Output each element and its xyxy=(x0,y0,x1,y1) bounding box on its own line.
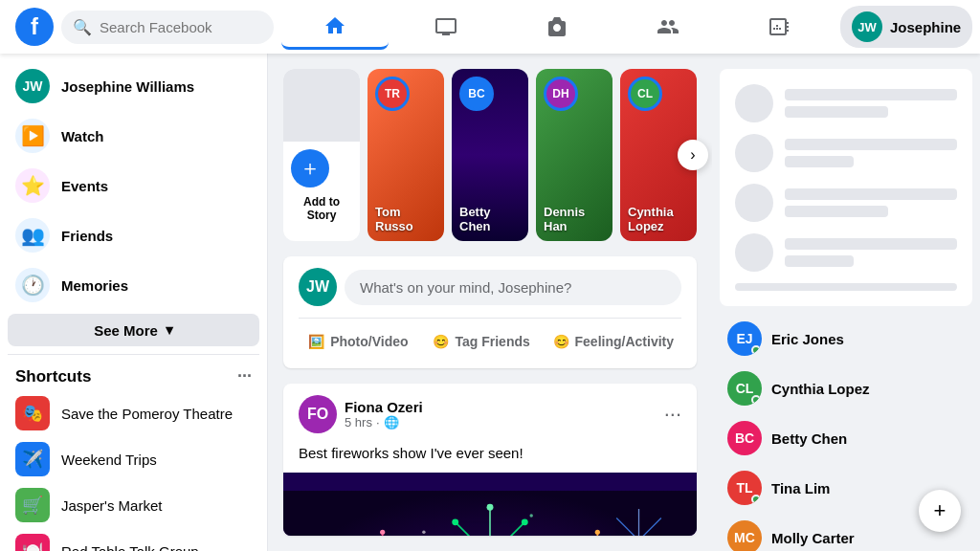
username-label: Josephine xyxy=(890,19,961,35)
post-header: FO Fiona Ozeri 5 hrs · 🌐 ··· xyxy=(283,384,697,445)
skeleton-card xyxy=(720,69,972,306)
see-more-nav-button[interactable]: See More ▾ xyxy=(8,314,259,346)
sidebar-item-label: Josephine Williams xyxy=(61,78,194,95)
post-input[interactable]: What's on your mind, Josephine? xyxy=(345,270,681,305)
avatar: JW xyxy=(15,69,50,103)
contact-avatar: MC xyxy=(727,520,762,551)
shortcut-item-weekend-trips[interactable]: ✈️ Weekend Trips xyxy=(8,436,259,482)
watch-icon: ▶️ xyxy=(15,119,50,153)
skeleton-avatar xyxy=(735,233,773,272)
shortcuts-title: Shortcuts xyxy=(15,367,91,386)
photo-video-button[interactable]: 🖼️ Photo/Video xyxy=(299,326,418,357)
sidebar-item-josephine[interactable]: JW Josephine Williams xyxy=(8,61,259,111)
shortcut-thumb: 🎭 xyxy=(15,396,50,430)
feeling-button[interactable]: 😊 Feeling/Activity xyxy=(546,326,681,357)
nav-watch[interactable] xyxy=(392,4,500,50)
post-time: 5 hrs xyxy=(345,415,372,430)
nav-gaming[interactable] xyxy=(725,4,833,50)
skeleton-line xyxy=(735,283,957,291)
shortcuts-menu-button[interactable]: ··· xyxy=(237,366,252,386)
svg-point-80 xyxy=(529,514,532,517)
post-author-info: Fiona Ozeri 5 hrs · 🌐 xyxy=(345,399,657,430)
skeleton-row xyxy=(735,233,957,272)
svg-point-45 xyxy=(452,518,458,525)
avatar: JW xyxy=(852,11,882,42)
skeleton-row xyxy=(735,84,957,122)
story-label-betty: Betty Chen xyxy=(459,205,521,233)
contact-avatar: BC xyxy=(727,421,762,455)
tag-friends-label: Tag Friends xyxy=(455,334,529,349)
contact-item-eric[interactable]: EJ Eric Jones xyxy=(720,314,972,364)
feeling-icon: 😊 xyxy=(553,334,569,349)
tag-friends-button[interactable]: 😊 Tag Friends xyxy=(422,326,542,357)
svg-point-78 xyxy=(422,531,425,534)
sidebar-item-watch[interactable]: ▶️ Watch xyxy=(8,111,259,161)
story-avatar-cynthia: CL xyxy=(628,77,662,111)
online-indicator xyxy=(751,495,761,504)
nav-center xyxy=(281,4,833,50)
sidebar-item-friends[interactable]: 👥 Friends xyxy=(8,210,259,260)
contact-item-betty[interactable]: BC Betty Chen xyxy=(720,413,972,463)
stories-container: ＋ Add to Story TR Tom Russo BC Be xyxy=(283,69,697,241)
skeleton-line xyxy=(785,255,854,267)
facebook-logo[interactable]: f xyxy=(15,8,54,46)
nav-marketplace[interactable] xyxy=(503,4,611,50)
post-placeholder: What's on your mind, Josephine? xyxy=(360,279,571,296)
privacy-icon: 🌐 xyxy=(384,415,399,430)
story-label-tom: Tom Russo xyxy=(375,205,436,233)
shortcut-thumb: 🍽️ xyxy=(15,534,50,551)
new-post-fab[interactable]: + xyxy=(919,490,961,532)
story-card-tom[interactable]: TR Tom Russo xyxy=(368,69,444,241)
chevron-down-icon: ▾ xyxy=(166,321,173,339)
sidebar-item-memories[interactable]: 🕐 Memories xyxy=(8,260,259,310)
top-navigation: f 🔍 JW Josephine ＋ 💬 🔔 xyxy=(0,0,980,54)
contact-avatar: TL xyxy=(727,471,762,505)
shortcut-item-pomeroy[interactable]: 🎭 Save the Pomeroy Theatre xyxy=(8,390,259,436)
story-card-dennis[interactable]: DH Dennis Han xyxy=(536,69,612,241)
post-author-avatar[interactable]: FO xyxy=(299,395,337,433)
photo-video-label: Photo/Video xyxy=(330,334,408,349)
shortcut-label: Red Table Talk Group xyxy=(61,543,199,552)
post-options-button[interactable]: ··· xyxy=(664,402,681,427)
contact-item-cynthia[interactable]: CL Cynthia Lopez xyxy=(720,364,972,413)
shortcut-label: Save the Pomeroy Theatre xyxy=(61,406,233,422)
story-avatar-tom: TR xyxy=(375,77,410,111)
memories-icon: 🕐 xyxy=(15,268,50,302)
stories-next-button[interactable]: › xyxy=(678,140,708,170)
shortcut-item-red-table[interactable]: 🍽️ Red Table Talk Group xyxy=(8,528,259,551)
photo-icon: 🖼️ xyxy=(308,334,324,349)
dot-separator: · xyxy=(376,415,380,430)
nav-groups[interactable] xyxy=(614,4,722,50)
stories-row: ＋ Add to Story TR Tom Russo BC Be xyxy=(283,69,697,241)
svg-point-54 xyxy=(595,530,600,535)
sidebar-left: JW Josephine Williams ▶️ Watch ⭐ Events … xyxy=(0,54,268,551)
post-author-name[interactable]: Fiona Ozeri xyxy=(345,399,657,415)
post-text: Best fireworks show I've ever seen! xyxy=(283,445,697,473)
contact-name: Eric Jones xyxy=(771,331,844,347)
post-input-row: JW What's on your mind, Josephine? xyxy=(299,268,681,306)
search-box[interactable]: 🔍 xyxy=(61,11,274,44)
events-icon: ⭐ xyxy=(15,168,50,203)
contact-name: Betty Chen xyxy=(771,430,847,447)
story-label-cynthia: Cynthia Lopez xyxy=(628,205,689,233)
sidebar-item-label: Watch xyxy=(61,128,103,144)
sidebar-item-events[interactable]: ⭐ Events xyxy=(8,161,259,210)
story-label-dennis: Dennis Han xyxy=(544,205,605,233)
shortcut-item-jaspers[interactable]: 🛒 Jasper's Market xyxy=(8,482,259,528)
story-card-betty[interactable]: BC Betty Chen xyxy=(452,69,528,241)
add-story-label: Add to Story xyxy=(291,195,352,222)
skeleton-line xyxy=(785,139,957,150)
fireworks-image xyxy=(283,473,697,536)
search-input[interactable] xyxy=(100,19,262,35)
divider xyxy=(8,354,259,355)
user-menu[interactable]: JW Josephine xyxy=(840,6,972,48)
add-story-card[interactable]: ＋ Add to Story xyxy=(283,69,360,241)
search-icon: 🔍 xyxy=(73,18,92,36)
svg-point-39 xyxy=(522,518,528,525)
contact-name: Tina Lim xyxy=(771,480,830,496)
shortcut-thumb: 🛒 xyxy=(15,488,50,522)
story-avatar-dennis: DH xyxy=(544,77,578,111)
tag-icon: 😊 xyxy=(433,334,449,349)
nav-home[interactable] xyxy=(281,4,389,50)
add-story-icon: ＋ xyxy=(291,149,329,187)
